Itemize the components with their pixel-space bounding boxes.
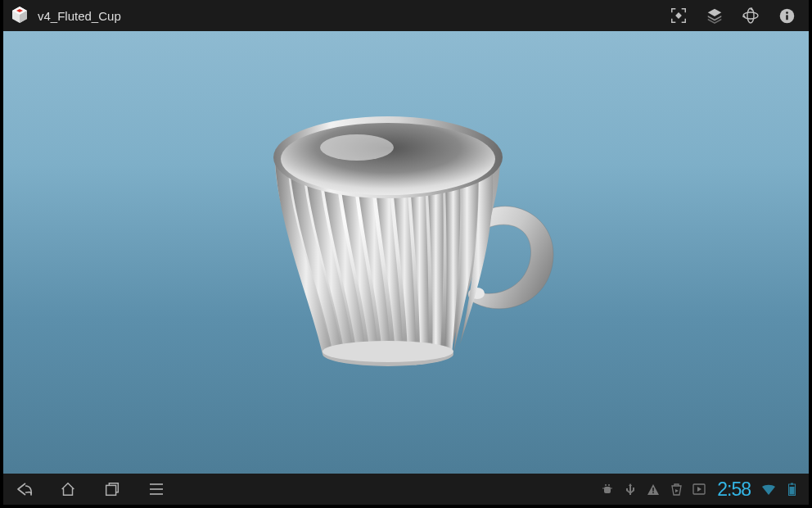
svg-rect-25 <box>791 483 793 485</box>
wifi-icon <box>761 482 776 497</box>
svg-rect-0 <box>675 12 682 19</box>
svg-rect-22 <box>652 492 654 493</box>
media-icon <box>692 482 706 497</box>
svg-rect-21 <box>652 488 654 492</box>
svg-point-18 <box>608 484 610 486</box>
svg-rect-12 <box>106 485 116 495</box>
recent-apps-button[interactable] <box>102 479 123 500</box>
fluted-cup-model <box>230 82 582 410</box>
model-viewport[interactable] <box>3 31 809 474</box>
orbit-button[interactable] <box>740 5 761 26</box>
svg-point-2 <box>747 8 754 23</box>
app-bar: v4_Fluted_Cup <box>3 0 809 31</box>
app-title: v4_Fluted_Cup <box>38 9 663 23</box>
zoom-extents-button[interactable] <box>668 5 689 26</box>
warning-icon <box>646 482 661 497</box>
back-button[interactable] <box>13 479 34 500</box>
svg-rect-16 <box>604 487 611 493</box>
svg-point-10 <box>281 123 495 195</box>
info-button[interactable] <box>776 5 797 26</box>
svg-rect-5 <box>786 15 787 20</box>
android-debug-icon <box>600 482 615 497</box>
clock: 2:58 <box>717 479 751 501</box>
play-store-icon <box>669 482 683 497</box>
toolbar <box>668 5 804 26</box>
svg-rect-26 <box>789 487 794 495</box>
layers-button[interactable] <box>704 5 725 26</box>
svg-point-8 <box>323 341 453 362</box>
svg-point-4 <box>786 11 788 14</box>
menu-button[interactable] <box>146 479 167 500</box>
svg-point-1 <box>743 12 758 19</box>
svg-point-17 <box>605 484 607 486</box>
app-logo-icon <box>8 4 31 27</box>
system-navigation-bar: 2:58 <box>3 474 809 505</box>
usb-icon <box>623 482 638 497</box>
battery-icon <box>784 482 799 497</box>
svg-point-11 <box>320 134 394 161</box>
home-button[interactable] <box>57 479 79 500</box>
